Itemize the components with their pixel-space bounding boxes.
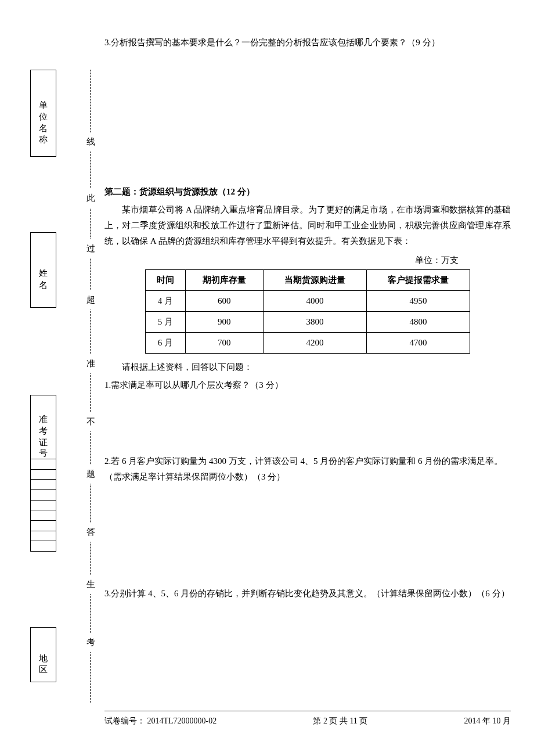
- field-name: 姓 名: [30, 232, 56, 308]
- footer-right: 2014 年 10 月: [464, 714, 511, 728]
- th-purchase: 当期货源购进量: [263, 270, 366, 291]
- ticket-cell: [31, 480, 56, 490]
- binding-column: 单 位 名 称 姓 名 准 考 证 号 地 区: [30, 70, 65, 685]
- table-row: 5 月 900 3800 4800: [146, 312, 470, 333]
- cut-char: 准: [85, 354, 96, 373]
- field-ticket-number: 准 考 证 号: [30, 395, 56, 552]
- footer-center: 第 2 页 共 11 页: [313, 714, 367, 728]
- ticket-cell: [31, 459, 56, 470]
- section-2-paragraph: 某市烟草公司将 A 品牌纳入重点培育品牌目录。为了更好的满足市场，在市场调查和数…: [104, 202, 511, 249]
- footer-left: 试卷编号： 2014TL72000000-02: [104, 714, 217, 728]
- cut-char: 考: [85, 633, 96, 652]
- question-1-3: 3.分析报告撰写的基本要求是什么？一份完整的分析报告应该包括哪几个要素？（9 分…: [104, 35, 511, 51]
- ticket-cell: [31, 531, 56, 542]
- cut-char: 答: [85, 523, 96, 542]
- cut-char: 线: [85, 132, 96, 152]
- ticket-cell: [31, 490, 56, 501]
- section-2-title: 第二题：货源组织与货源投放（12 分）: [104, 184, 511, 200]
- field-unit-name: 单 位 名 称: [30, 70, 56, 157]
- table-row: 4 月 600 4000 4950: [146, 291, 470, 312]
- cut-char: 不: [85, 412, 96, 431]
- th-demand: 客户提报需求量: [366, 270, 470, 291]
- page-footer: 试卷编号： 2014TL72000000-02 第 2 页 共 11 页 201…: [104, 711, 511, 728]
- ticket-cell: [31, 501, 56, 511]
- field-region: 地 区: [30, 627, 56, 682]
- cut-char: 过: [85, 239, 96, 258]
- sub-question-2: 2.若 6 月客户实际订购量为 4300 万支，计算该公司 4、5 月份的客户实…: [104, 453, 511, 485]
- th-time: 时间: [146, 270, 186, 291]
- data-table: 时间 期初库存量 当期货源购进量 客户提报需求量 4 月 600 4000 49…: [145, 269, 470, 354]
- sub-question-3: 3.分别计算 4、5、6 月份的存销比，并判断存销比变化趋势及其意义。（计算结果…: [104, 586, 511, 602]
- table-unit: 单位：万支: [104, 253, 511, 268]
- ticket-cell: [31, 470, 56, 480]
- ticket-cell: [31, 521, 56, 531]
- page-content: 3.分析报告撰写的基本要求是什么？一份完整的分析报告应该包括哪几个要素？（9 分…: [104, 35, 511, 602]
- cut-char: 超: [85, 290, 96, 309]
- ticket-cell: [31, 541, 56, 551]
- answer-prompt: 请根据上述资料，回答以下问题：: [104, 359, 511, 375]
- sub-question-1: 1.需求满足率可以从哪几个层次考察？（3 分）: [104, 377, 511, 393]
- cut-char: 此: [85, 189, 96, 208]
- ticket-cell: [31, 510, 56, 521]
- cut-line: [90, 70, 91, 703]
- cut-char: 生: [85, 575, 96, 594]
- cut-char: 题: [85, 465, 96, 484]
- th-stock: 期初库存量: [185, 270, 263, 291]
- table-row: 6 月 700 4200 4700: [146, 333, 470, 354]
- table-header-row: 时间 期初库存量 当期货源购进量 客户提报需求量: [146, 270, 470, 291]
